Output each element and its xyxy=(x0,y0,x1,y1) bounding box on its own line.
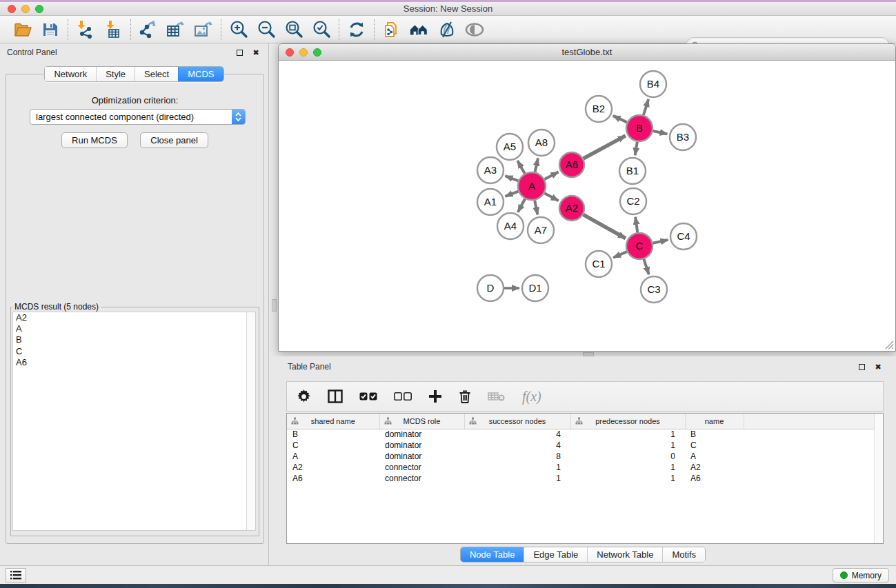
network-canvas[interactable]: B4B2BB3B1A5A8A6A3AA1A2C2A4A7CC4C1C3DD1 xyxy=(279,61,895,351)
table-row[interactable]: A6connector11A6 xyxy=(287,473,875,484)
close-panel-icon[interactable]: ✖ xyxy=(250,47,261,58)
table-cell[interactable]: 4 xyxy=(464,440,570,451)
network-graph[interactable]: B4B2BB3B1A5A8A6A3AA1A2C2A4A7CC4C1C3DD1 xyxy=(279,61,895,351)
node-C4[interactable]: C4 xyxy=(670,223,697,250)
zoom-in-icon[interactable] xyxy=(228,19,249,40)
export-image-icon[interactable] xyxy=(193,19,214,40)
node-C2[interactable]: C2 xyxy=(620,188,646,214)
table-cell[interactable]: A6 xyxy=(287,473,379,484)
node-B3[interactable]: B3 xyxy=(670,124,696,150)
table-cell[interactable]: C xyxy=(287,440,379,451)
table-cell[interactable]: A6 xyxy=(685,473,744,484)
table-cell[interactable]: dominator xyxy=(379,440,464,451)
save-session-icon[interactable] xyxy=(40,19,61,40)
tab-mcds[interactable]: MCDS xyxy=(178,67,223,81)
node-A3[interactable]: A3 xyxy=(477,157,504,183)
refresh-layout-icon[interactable] xyxy=(346,19,367,40)
task-history-button[interactable] xyxy=(6,568,26,582)
table-cell[interactable]: A xyxy=(287,451,379,462)
tab-motifs[interactable]: Motifs xyxy=(662,547,705,562)
edge-B-B1[interactable] xyxy=(635,142,637,156)
list-item[interactable]: A6 xyxy=(13,357,255,368)
edge-A6-B[interactable] xyxy=(584,136,626,159)
table-cell[interactable]: 1 xyxy=(464,462,570,473)
edge-A-A4[interactable] xyxy=(518,199,525,212)
list-item[interactable]: A2 xyxy=(13,312,255,323)
column-header[interactable]: successor nodes xyxy=(464,414,570,429)
table-cell[interactable]: 1 xyxy=(570,429,685,440)
node-B4[interactable]: B4 xyxy=(640,71,666,97)
table-cell[interactable]: 1 xyxy=(570,473,685,484)
node-A[interactable]: A xyxy=(518,172,546,200)
edge-A-A7[interactable] xyxy=(535,201,537,215)
node-A7[interactable]: A7 xyxy=(528,217,554,243)
node-C[interactable]: C xyxy=(626,233,653,259)
node-D1[interactable]: D1 xyxy=(522,275,548,301)
table-cell[interactable]: B xyxy=(287,429,379,440)
list-item[interactable]: B xyxy=(13,334,255,345)
node-B1[interactable]: B1 xyxy=(619,158,646,184)
edge-C-C1[interactable] xyxy=(613,252,627,258)
node-A8[interactable]: A8 xyxy=(528,130,555,156)
edge-A-A2[interactable] xyxy=(544,193,558,201)
import-table-icon[interactable] xyxy=(103,19,123,40)
edge-A-A5[interactable] xyxy=(517,161,524,174)
gear-icon[interactable] xyxy=(297,387,311,405)
clone-network-icon[interactable] xyxy=(381,19,402,40)
close-panel-button[interactable]: Close panel xyxy=(140,132,208,148)
select-all-columns-icon[interactable] xyxy=(359,387,377,405)
tab-network[interactable]: Network xyxy=(45,67,96,81)
edge-A2-C[interactable] xyxy=(584,214,626,238)
resize-grip-icon[interactable] xyxy=(885,341,894,349)
zoom-fit-icon[interactable] xyxy=(283,19,304,40)
first-neighbors-icon[interactable] xyxy=(409,19,430,40)
edge-A-A1[interactable] xyxy=(505,192,518,196)
run-mcds-button[interactable]: Run MCDS xyxy=(61,132,128,148)
table-cell[interactable]: A2 xyxy=(685,462,744,473)
vertical-split-handle[interactable] xyxy=(272,299,277,312)
column-header[interactable]: name xyxy=(685,414,744,429)
tab-node-table[interactable]: Node Table xyxy=(461,547,524,562)
table-cell[interactable]: 1 xyxy=(570,440,685,451)
edge-A-A3[interactable] xyxy=(505,176,518,181)
table-cell[interactable]: 0 xyxy=(570,451,685,462)
column-header[interactable]: MCDS role xyxy=(379,414,464,429)
table-cell[interactable]: connector xyxy=(379,473,464,484)
node-C1[interactable]: C1 xyxy=(586,251,612,277)
tab-network-table[interactable]: Network Table xyxy=(587,547,662,562)
network-window[interactable]: testGlobe.txt B4B2BB3B1A5A8A6A3AA1A2C2A4… xyxy=(278,43,896,352)
close-table-panel-icon[interactable]: ✖ xyxy=(873,361,884,372)
table-cell[interactable]: 1 xyxy=(464,473,570,484)
table-scrollbar[interactable] xyxy=(874,414,883,543)
edge-A-A8[interactable] xyxy=(535,158,538,172)
table-cell[interactable]: A2 xyxy=(287,462,379,473)
list-item[interactable]: A xyxy=(13,323,255,334)
node-D[interactable]: D xyxy=(477,275,504,301)
delete-column-icon[interactable] xyxy=(459,387,471,405)
edge-A-A6[interactable] xyxy=(545,172,559,179)
column-header[interactable]: predecessor nodes xyxy=(570,414,685,429)
table-row[interactable]: A2connector11A2 xyxy=(287,462,875,473)
show-hide-icon[interactable] xyxy=(464,19,485,40)
table-cell[interactable]: dominator xyxy=(379,429,464,440)
edge-B-B2[interactable] xyxy=(613,116,627,123)
table-cell[interactable]: dominator xyxy=(379,451,464,462)
open-file-icon[interactable] xyxy=(12,19,33,40)
table-cell[interactable]: connector xyxy=(379,462,464,473)
float-table-panel-icon[interactable] xyxy=(856,361,867,372)
deselect-all-columns-icon[interactable] xyxy=(394,387,412,405)
zoom-selected-icon[interactable] xyxy=(311,19,332,40)
table-row[interactable]: Cdominator41C xyxy=(287,440,875,451)
edge-B-B4[interactable] xyxy=(644,99,648,115)
export-table-icon[interactable] xyxy=(166,19,186,40)
node-A5[interactable]: A5 xyxy=(497,134,523,160)
tab-edge-table[interactable]: Edge Table xyxy=(524,547,587,562)
table-cell[interactable]: B xyxy=(685,429,744,440)
add-column-icon[interactable] xyxy=(428,387,442,405)
list-scrollbar[interactable] xyxy=(246,312,255,530)
optimization-select[interactable]: largest connected component (directed) xyxy=(30,109,246,125)
table-cell[interactable]: 8 xyxy=(464,451,570,462)
float-panel-icon[interactable] xyxy=(234,47,245,58)
graphics-details-icon[interactable] xyxy=(437,19,457,40)
table-row[interactable]: Adominator80A xyxy=(287,451,875,462)
